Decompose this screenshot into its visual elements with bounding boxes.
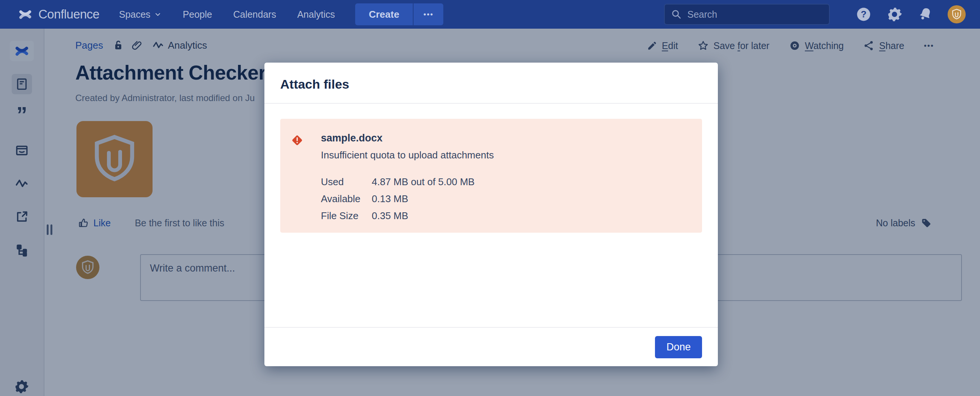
search-input[interactable] xyxy=(687,9,815,20)
dialog-header: Attach files xyxy=(264,62,718,104)
table-row: Available 0.13 MB xyxy=(321,193,474,210)
quota-table: Used 4.87 MB out of 5.00 MB Available 0.… xyxy=(321,176,474,227)
question-icon: ? xyxy=(855,6,872,22)
settings-button[interactable] xyxy=(886,6,903,23)
attach-files-dialog: Attach files sample.docx Insufficient qu… xyxy=(264,62,718,366)
bell-icon xyxy=(917,6,934,22)
error-message: Insufficient quota to upload attachments xyxy=(321,149,702,161)
dialog-footer: Done xyxy=(264,327,718,366)
dialog-body: sample.docx Insufficient quota to upload… xyxy=(264,104,718,327)
dialog-title: Attach files xyxy=(280,77,702,92)
error-file-name: sample.docx xyxy=(321,133,702,144)
nav-item-spaces[interactable]: Spaces xyxy=(119,9,162,20)
brand-name: Confluence xyxy=(38,7,99,21)
quota-value: 4.87 MB out of 5.00 MB xyxy=(372,176,474,193)
help-button[interactable]: ? xyxy=(855,6,872,23)
create-more-button[interactable]: ••• xyxy=(413,3,443,25)
upload-error-panel: sample.docx Insufficient quota to upload… xyxy=(280,119,702,233)
confluence-brand[interactable]: Confluence xyxy=(18,7,99,21)
quota-label: Used xyxy=(321,176,372,193)
chevron-down-icon xyxy=(154,11,162,18)
nav-item-people[interactable]: People xyxy=(183,9,212,20)
table-row: File Size 0.35 MB xyxy=(321,210,474,227)
create-button[interactable]: Create xyxy=(355,3,413,25)
error-icon xyxy=(291,134,304,147)
profile-avatar[interactable] xyxy=(948,5,966,23)
notifications-button[interactable] xyxy=(917,6,934,23)
svg-text:?: ? xyxy=(861,9,866,19)
quota-value: 0.35 MB xyxy=(372,210,474,227)
quota-label: Available xyxy=(321,193,372,210)
quota-value: 0.13 MB xyxy=(372,193,474,210)
done-button[interactable]: Done xyxy=(655,336,702,358)
confluence-logo-icon xyxy=(18,8,33,21)
quota-label: File Size xyxy=(321,210,372,227)
search-box[interactable] xyxy=(664,4,830,25)
nav-item-analytics[interactable]: Analytics xyxy=(297,9,335,20)
search-icon xyxy=(671,9,682,20)
nav-item-calendars[interactable]: Calendars xyxy=(233,9,276,20)
gear-icon xyxy=(886,6,903,22)
table-row: Used 4.87 MB out of 5.00 MB xyxy=(321,176,474,193)
top-navigation-bar: Confluence Spaces People Calendars Analy… xyxy=(0,0,980,29)
confluence-app: ” xyxy=(0,0,980,396)
